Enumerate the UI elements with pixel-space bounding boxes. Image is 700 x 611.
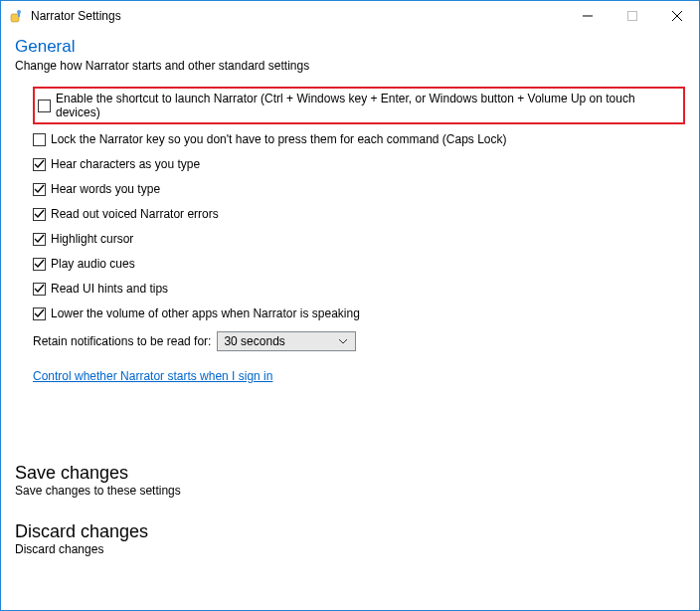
option-hear-words[interactable]: Hear words you type	[33, 182, 685, 196]
option-label: Lock the Narrator key so you don't have …	[51, 132, 507, 146]
checkbox-icon	[33, 208, 46, 221]
option-label: Hear characters as you type	[51, 157, 200, 171]
retain-label: Retain notifications to be read for:	[33, 334, 211, 348]
checkbox-icon	[33, 283, 46, 296]
save-block: Save changes Save changes to these setti…	[15, 463, 685, 556]
window-title: Narrator Settings	[31, 9, 121, 23]
checkbox-icon	[33, 258, 46, 271]
checkbox-icon	[33, 183, 46, 196]
discard-sub: Discard changes	[15, 542, 685, 556]
svg-rect-0	[11, 14, 19, 22]
minimize-button[interactable]	[565, 1, 610, 31]
discard-heading[interactable]: Discard changes	[15, 521, 685, 542]
save-sub: Save changes to these settings	[15, 484, 685, 498]
save-heading[interactable]: Save changes	[15, 463, 685, 484]
option-label: Lower the volume of other apps when Narr…	[51, 306, 360, 320]
chevron-down-icon	[335, 339, 351, 344]
signin-link[interactable]: Control whether Narrator starts when I s…	[33, 369, 272, 383]
retain-value: 30 seconds	[224, 334, 335, 348]
checkbox-icon	[38, 100, 51, 112]
svg-rect-2	[18, 13, 20, 17]
option-lock-key[interactable]: Lock the Narrator key so you don't have …	[33, 132, 685, 146]
retain-select[interactable]: 30 seconds	[217, 331, 356, 351]
checkbox-icon	[33, 133, 46, 146]
general-subheading: Change how Narrator starts and other sta…	[15, 59, 685, 73]
general-heading: General	[15, 37, 685, 57]
checkbox-icon	[33, 158, 46, 171]
narrator-settings-window: Narrator Settings General Change how Nar…	[0, 0, 700, 611]
option-label: Play audio cues	[51, 257, 135, 271]
narrator-app-icon	[9, 8, 25, 24]
option-hear-characters[interactable]: Hear characters as you type	[33, 157, 685, 171]
titlebar: Narrator Settings	[1, 1, 699, 31]
option-label: Enable the shortcut to launch Narrator (…	[56, 92, 680, 119]
option-enable-shortcut[interactable]: Enable the shortcut to launch Narrator (…	[33, 87, 685, 124]
option-label: Read out voiced Narrator errors	[51, 207, 219, 221]
option-read-errors[interactable]: Read out voiced Narrator errors	[33, 207, 685, 221]
checkbox-icon	[33, 233, 46, 246]
content-area: General Change how Narrator starts and o…	[1, 31, 699, 610]
option-label: Hear words you type	[51, 182, 160, 196]
checkbox-icon	[33, 307, 46, 320]
option-label: Highlight cursor	[51, 232, 133, 246]
retain-row: Retain notifications to be read for: 30 …	[33, 331, 685, 351]
close-button[interactable]	[654, 1, 699, 31]
option-audio-cues[interactable]: Play audio cues	[33, 257, 685, 271]
window-controls	[565, 1, 699, 31]
option-ui-hints[interactable]: Read UI hints and tips	[33, 282, 685, 296]
maximize-button[interactable]	[610, 1, 654, 31]
svg-rect-4	[627, 12, 636, 21]
options-group: Enable the shortcut to launch Narrator (…	[33, 87, 685, 383]
option-highlight-cursor[interactable]: Highlight cursor	[33, 232, 685, 246]
option-lower-volume[interactable]: Lower the volume of other apps when Narr…	[33, 306, 685, 320]
option-label: Read UI hints and tips	[51, 282, 168, 296]
